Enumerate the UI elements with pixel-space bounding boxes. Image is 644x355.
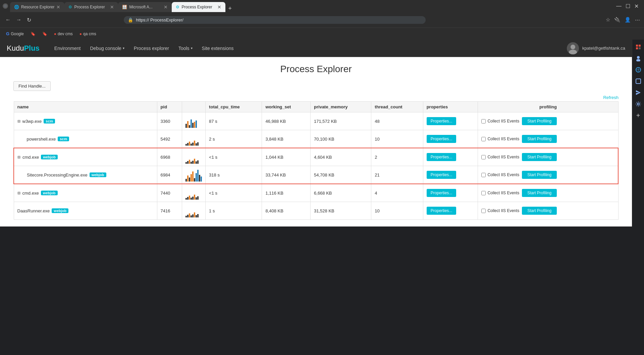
bookmark-google[interactable]: G Google: [4, 31, 26, 37]
start-profiling-button-row2[interactable]: Start Profiling: [522, 135, 557, 143]
collect-iis-label-row4: Collect IIS Events: [481, 172, 519, 177]
process-props-cell-row5: Properties...: [423, 184, 478, 202]
minimize-btn[interactable]: —: [616, 3, 622, 9]
process-tc-row3: 2: [371, 148, 423, 166]
sidebar-icon-blue[interactable]: [634, 65, 643, 74]
properties-button-row1[interactable]: Properties...: [427, 117, 457, 125]
collect-iis-checkbox-row4[interactable]: [481, 173, 486, 177]
new-tab-button[interactable]: +: [225, 5, 234, 12]
start-profiling-button-row1[interactable]: Start Profiling: [522, 117, 557, 125]
svg-rect-5: [639, 45, 641, 47]
process-name-row4: Sitecore.ProcessingEngine.exe: [27, 172, 88, 178]
bookmark-label-dev-cms: dev cms: [58, 32, 73, 36]
forward-button[interactable]: →: [15, 15, 23, 24]
start-profiling-button-row3[interactable]: Start Profiling: [522, 153, 557, 161]
collect-iis-checkbox-row2[interactable]: [481, 137, 486, 141]
bookmark-1[interactable]: 🔖: [29, 31, 38, 37]
nav-site-extensions[interactable]: Site extensions: [197, 40, 238, 57]
tab-resource-explorer[interactable]: 🌐 Resource Explorer ✕: [10, 2, 64, 12]
table-row: Sitecore.ProcessingEngine.exewebjob 6984…: [14, 166, 618, 184]
expand-toggle-row5[interactable]: ⊟: [17, 191, 20, 195]
nav-user: kpatel@getfishtank.ca: [567, 42, 625, 54]
title-bar: 🌐 Resource Explorer ✕ ⚙ Process Explorer…: [0, 0, 644, 12]
tab-close-1[interactable]: ✕: [56, 4, 60, 10]
properties-button-row2[interactable]: Properties...: [427, 135, 457, 143]
process-name-row5: cmd.exe: [22, 191, 39, 196]
process-props-cell-row4: Properties...: [423, 166, 478, 184]
svg-point-8: [637, 56, 640, 59]
properties-button-row4[interactable]: Properties...: [427, 171, 457, 179]
process-name-row6: DaasRunner.exe: [17, 208, 50, 213]
right-sidebar: +: [632, 40, 644, 226]
process-pid-row5: 7440: [157, 184, 182, 202]
page-title: Process Explorer: [13, 64, 619, 74]
start-profiling-button-row5[interactable]: Start Profiling: [522, 189, 557, 197]
expand-toggle-row1[interactable]: ⊟: [17, 119, 20, 123]
tab-title-4: Process Explorer: [181, 5, 212, 9]
process-pm-row3: 4,604 KB: [311, 148, 371, 166]
google-icon: G: [6, 31, 9, 36]
address-text: https:// ProcessExplorer/: [136, 17, 422, 22]
nav-tools[interactable]: Tools ▾: [174, 40, 197, 57]
nav-debug-console[interactable]: Debug console ▾: [85, 40, 129, 57]
expand-toggle-row3[interactable]: ⊟: [17, 155, 20, 159]
process-pm-row2: 70,100 KB: [311, 130, 371, 148]
process-pid-row1: 3360: [157, 112, 182, 130]
profile-icon[interactable]: 👤: [625, 17, 631, 23]
table-row: ⊟w3wp.exescm 3360 87 s 46,988 KB 171,572…: [14, 112, 618, 130]
sidebar-icon-send[interactable]: [634, 88, 643, 97]
sidebar-icon-1[interactable]: [634, 42, 643, 52]
window-controls: [3, 3, 8, 9]
sidebar-icon-gear[interactable]: [634, 99, 643, 109]
properties-button-row5[interactable]: Properties...: [427, 189, 457, 197]
properties-button-row6[interactable]: Properties...: [427, 207, 457, 215]
start-profiling-button-row4[interactable]: Start Profiling: [522, 171, 557, 179]
brand-prefix: Kudu: [7, 44, 24, 52]
process-pm-row1: 171,572 KB: [311, 112, 371, 130]
tab-microsoft[interactable]: 🪟 Microsoft A... ✕: [118, 2, 172, 12]
tab-close-2[interactable]: ✕: [110, 4, 114, 10]
settings-icon[interactable]: ⋯: [635, 17, 640, 23]
find-handle-button[interactable]: Find Handle...: [13, 81, 51, 91]
tab-title: Resource Explorer: [21, 5, 54, 9]
properties-button-row3[interactable]: Properties...: [427, 153, 457, 161]
maximize-btn[interactable]: ☐: [626, 3, 630, 9]
collect-iis-checkbox-row3[interactable]: [481, 155, 486, 159]
process-ws-row2: 3,848 KB: [262, 130, 311, 148]
nav-process-explorer[interactable]: Process explorer: [129, 40, 174, 57]
star-icon[interactable]: ☆: [606, 17, 610, 23]
collect-iis-label-row3: Collect IIS Events: [481, 155, 519, 159]
user-avatar: [567, 42, 579, 54]
tab-close-3[interactable]: ✕: [164, 4, 168, 10]
bookmark-qa-cms[interactable]: ● qa cms: [77, 31, 98, 37]
refresh-link[interactable]: Refresh: [13, 95, 619, 100]
tab-process-explorer-active[interactable]: ⚙ Process Explorer ✕: [172, 2, 225, 12]
start-profiling-button-row6[interactable]: Start Profiling: [522, 207, 557, 215]
sidebar-icon-profile[interactable]: [634, 54, 643, 63]
collect-iis-checkbox-row1[interactable]: [481, 119, 486, 123]
tab-process-explorer-1[interactable]: ⚙ Process Explorer ✕: [64, 2, 118, 12]
tab-title-3: Microsoft A...: [129, 5, 152, 9]
table-row: ⊟cmd.exewebjob 7440 <1 s 1,116 KB 6,668 …: [14, 184, 618, 202]
sidebar-icon-add[interactable]: +: [634, 111, 643, 120]
badge-row1: scm: [44, 119, 55, 123]
svg-point-9: [636, 59, 640, 61]
sidebar-icon-square[interactable]: [634, 77, 643, 86]
collect-iis-checkbox-row5[interactable]: [481, 191, 486, 195]
address-input-wrapper[interactable]: 🔒 https:// ProcessExplorer/: [124, 16, 426, 24]
process-ws-row1: 46,988 KB: [262, 112, 311, 130]
tab-close-4[interactable]: ✕: [217, 4, 221, 10]
nav-site-extensions-label: Site extensions: [202, 46, 234, 51]
bookmark-dev-cms[interactable]: ● dev cms: [52, 31, 75, 37]
collect-iis-checkbox-row6[interactable]: [481, 209, 486, 213]
process-chart-row3: [182, 148, 206, 166]
debug-console-caret: ▾: [123, 46, 124, 50]
reload-button[interactable]: ↻: [25, 15, 33, 24]
close-btn[interactable]: ✕: [634, 3, 639, 9]
bookmark-2[interactable]: 🔖: [40, 31, 49, 37]
extensions-icon[interactable]: 🔌: [614, 17, 621, 23]
back-button[interactable]: ←: [4, 15, 12, 24]
collect-iis-label-row6: Collect IIS Events: [481, 208, 519, 213]
nav-environment[interactable]: Environment: [50, 40, 86, 57]
process-pm-row5: 6,668 KB: [311, 184, 371, 202]
